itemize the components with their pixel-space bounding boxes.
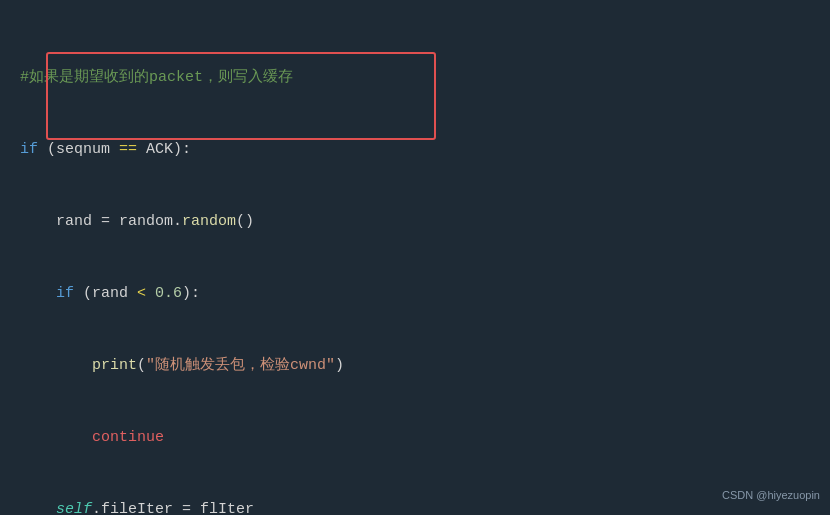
keyword-if2: if: [56, 285, 74, 302]
watermark: CSDN @hiyezuopin: [722, 487, 820, 505]
num-06: 0.6: [155, 285, 182, 302]
line-comment: #如果是期望收到的packet，则写入缓存: [20, 66, 810, 90]
line-fileiter: self.fileIter = flIter: [20, 498, 810, 515]
line-continue: continue: [20, 426, 810, 450]
line-rand-assign: rand = random.random(): [20, 210, 810, 234]
str-random: "随机触发丢包，检验cwnd": [146, 357, 335, 374]
keyword-if: if: [20, 141, 38, 158]
line-if-seqnum: if (seqnum == ACK):: [20, 138, 810, 162]
keyword-continue: continue: [92, 429, 164, 446]
line-if-rand: if (rand < 0.6):: [20, 282, 810, 306]
func-print1: print: [92, 357, 137, 374]
op-eq: ==: [119, 141, 137, 158]
code-editor: #如果是期望收到的packet，则写入缓存 if (seqnum == ACK)…: [0, 0, 830, 515]
line-print-random: print("随机触发丢包，检验cwnd"): [20, 354, 810, 378]
func-random: random: [182, 213, 236, 230]
self-1: self: [56, 501, 92, 515]
